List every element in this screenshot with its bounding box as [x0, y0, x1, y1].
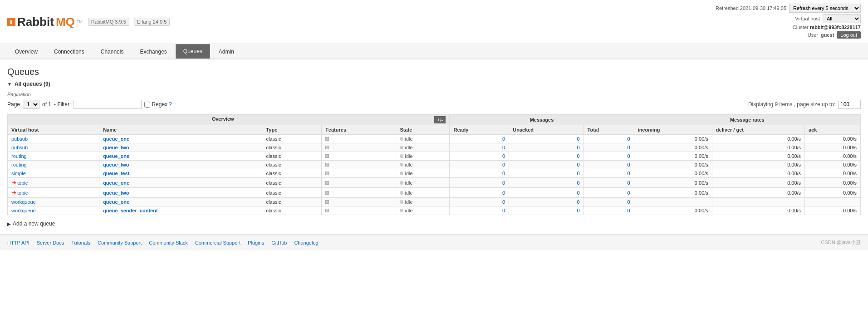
vhost-link[interactable]: pubsub: [11, 145, 28, 150]
displaying-label: Displaying 9 items , page size up to:: [748, 101, 835, 108]
cell-ack: 0.00/s: [805, 188, 861, 198]
cell-incoming: 0.00/s: [634, 178, 712, 188]
logo-area: ▮ RabbitMQTM RabbitMQ 3.9.5 Erlang 24.0.…: [7, 15, 170, 29]
cell-ack: 0.00/s: [805, 135, 861, 143]
add-queue-section[interactable]: ▶ Add a new queue: [7, 221, 861, 227]
col-deliver-get: deliver / get: [712, 125, 804, 135]
table-row: routing queue_two classic idle 0 0 0 0.0…: [8, 161, 861, 169]
col-features: Features: [322, 125, 396, 135]
table-row: ➔topic queue_one classic idle 0 0 0 0.00…: [8, 178, 861, 188]
question-mark[interactable]: ?: [169, 101, 172, 108]
version-info: RabbitMQ 3.9.5 Erlang 24.0.5: [88, 18, 170, 26]
queue-name-link[interactable]: queue_one: [103, 153, 129, 159]
page-select[interactable]: 1: [23, 100, 39, 109]
cell-type: classic: [262, 178, 322, 188]
queue-name-link[interactable]: queue_test: [103, 171, 129, 176]
queue-name-link[interactable]: queue_two: [103, 145, 129, 150]
all-queues-header[interactable]: ▼ All queues (9): [7, 81, 861, 87]
nav-overview[interactable]: Overview: [7, 44, 45, 59]
cell-ack: 0.00/s: [805, 143, 861, 152]
footer-http-api[interactable]: HTTP API: [7, 240, 29, 245]
cell-features: [322, 161, 396, 169]
cell-state: idle: [396, 143, 450, 152]
queue-name-link[interactable]: queue_one: [103, 180, 129, 186]
col-virtual-host: Virtual host: [8, 125, 99, 135]
footer-community-slack[interactable]: Community Slack: [149, 240, 188, 245]
cell-total: 0: [584, 198, 634, 206]
cell-ready: 0: [450, 152, 509, 161]
logout-button[interactable]: Log out: [837, 31, 861, 39]
cell-unacked: 0: [509, 143, 584, 152]
footer-commercial-support[interactable]: Commercial Support: [195, 240, 240, 245]
message-rates-group-header: Message rates: [634, 115, 860, 125]
cell-vhost: workqueue: [8, 198, 99, 206]
footer-tutorials[interactable]: Tutorials: [71, 240, 90, 245]
cell-total: 0: [584, 206, 634, 215]
vhost-link[interactable]: topic: [17, 190, 28, 196]
cell-features: [322, 206, 396, 215]
cell-type: classic: [262, 152, 322, 161]
content: Queues ▼ All queues (9) Pagination Page …: [0, 59, 868, 234]
cell-features: [322, 143, 396, 152]
cell-deliver-get: 0.00/s: [712, 152, 804, 161]
cell-total: 0: [584, 169, 634, 178]
nav-connections[interactable]: Connections: [46, 44, 92, 59]
refreshed-label: Refreshed 2021-09-30 17:49:05: [716, 5, 786, 11]
page-label: Page: [7, 101, 20, 108]
col-unacked: Unacked: [509, 125, 584, 135]
cell-state: idle: [396, 135, 450, 143]
footer-community-support[interactable]: Community Support: [98, 240, 142, 245]
cell-unacked: 0: [509, 135, 584, 143]
table-row: pubsub queue_one classic idle 0 0 0 0.00…: [8, 135, 861, 143]
queue-name-link[interactable]: queue_two: [103, 162, 129, 167]
cell-vhost: ➔topic: [8, 178, 99, 188]
cell-vhost: ➔topic: [8, 188, 99, 198]
col-ready: Ready: [450, 125, 509, 135]
col-state: State: [396, 125, 450, 135]
cell-features: [322, 169, 396, 178]
footer-server-docs[interactable]: Server Docs: [37, 240, 64, 245]
queue-name-link[interactable]: queue_two: [103, 190, 129, 196]
cell-vhost: routing: [8, 161, 99, 169]
footer-links: HTTP API Server Docs Tutorials Community…: [7, 240, 319, 245]
cell-name: queue_one: [99, 135, 262, 143]
virtual-host-select[interactable]: All / pubsub routing simple topic workqu…: [823, 14, 861, 23]
nav-exchanges[interactable]: Exchanges: [132, 44, 174, 59]
cell-state: idle: [396, 161, 450, 169]
footer-github[interactable]: GitHub: [271, 240, 287, 245]
regex-checkbox[interactable]: Regex ?: [144, 101, 172, 108]
vhost-link[interactable]: workqueue: [11, 208, 36, 213]
vhost-link[interactable]: pubsub: [11, 136, 28, 142]
refresh-select[interactable]: Refresh every 5 seconds Refresh every 10…: [789, 4, 861, 13]
cell-ack: [805, 198, 861, 206]
vhost-link[interactable]: routing: [11, 153, 27, 159]
cell-unacked: 0: [509, 178, 584, 188]
vhost-link[interactable]: workqueue: [11, 199, 36, 205]
cell-state: idle: [396, 169, 450, 178]
nav-queues[interactable]: Queues: [176, 44, 210, 59]
page-size-input[interactable]: [838, 100, 861, 109]
queue-name-link[interactable]: queue_one: [103, 199, 129, 205]
vhost-link[interactable]: topic: [17, 180, 28, 186]
plus-minus-button[interactable]: +/-: [434, 116, 446, 123]
vhost-link[interactable]: simple: [11, 171, 26, 176]
queue-name-link[interactable]: queue_sender_content: [103, 208, 157, 213]
regex-check[interactable]: [144, 102, 150, 108]
footer-changelog[interactable]: Changelog: [294, 240, 318, 245]
cell-features: [322, 178, 396, 188]
nav: Overview Connections Channels Exchanges …: [0, 44, 868, 59]
nav-channels[interactable]: Channels: [93, 44, 132, 59]
cell-features: [322, 198, 396, 206]
cell-total: 0: [584, 135, 634, 143]
pagination-label: Pagination: [7, 92, 861, 97]
cell-total: 0: [584, 152, 634, 161]
cell-name: queue_one: [99, 198, 262, 206]
cluster-info: Cluster rabbit@993fc8228117: [793, 25, 861, 30]
vhost-link[interactable]: routing: [11, 162, 27, 167]
queue-name-link[interactable]: queue_one: [103, 136, 129, 142]
filter-input[interactable]: [74, 100, 142, 109]
nav-admin[interactable]: Admin: [211, 44, 242, 59]
add-queue-label: Add a new queue: [13, 221, 55, 227]
footer-plugins[interactable]: Plugins: [248, 240, 264, 245]
cell-ack: 0.00/s: [805, 178, 861, 188]
